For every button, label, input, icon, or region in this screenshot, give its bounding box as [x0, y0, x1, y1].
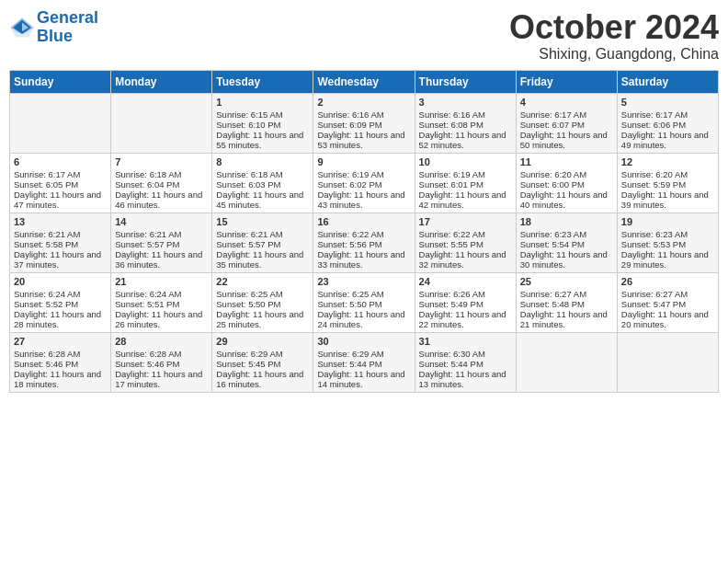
sunrise-time: Sunrise: 6:20 AM	[520, 169, 586, 179]
calendar-week-row: 6Sunrise: 6:17 AMSunset: 6:05 PMDaylight…	[10, 153, 719, 213]
calendar-day-cell: 10Sunrise: 6:19 AMSunset: 6:01 PMDayligh…	[415, 153, 516, 213]
daylight-hours: Daylight: 11 hours and 36 minutes.	[115, 249, 202, 270]
calendar-day-cell: 20Sunrise: 6:24 AMSunset: 5:52 PMDayligh…	[10, 272, 111, 332]
day-number: 26	[621, 276, 714, 287]
day-number: 4	[520, 97, 613, 108]
weekday-header-saturday: Saturday	[617, 70, 718, 93]
sunset-time: Sunset: 5:51 PM	[115, 299, 179, 309]
daylight-hours: Daylight: 11 hours and 29 minutes.	[621, 249, 709, 270]
daylight-hours: Daylight: 11 hours and 42 minutes.	[419, 190, 506, 210]
calendar-day-cell: 13Sunrise: 6:21 AMSunset: 5:58 PMDayligh…	[10, 213, 111, 272]
day-number: 5	[621, 97, 714, 108]
sunset-time: Sunset: 5:54 PM	[520, 239, 585, 249]
sunrise-time: Sunrise: 6:24 AM	[14, 289, 80, 299]
sunset-time: Sunset: 6:00 PM	[520, 179, 585, 190]
logo-text: General Blue	[37, 9, 98, 46]
sunset-time: Sunset: 6:01 PM	[419, 179, 483, 190]
calendar-day-cell: 18Sunrise: 6:23 AMSunset: 5:54 PMDayligh…	[516, 213, 617, 272]
daylight-hours: Daylight: 11 hours and 47 minutes.	[14, 190, 101, 210]
daylight-hours: Daylight: 11 hours and 49 minutes.	[621, 130, 709, 150]
daylight-hours: Daylight: 11 hours and 22 minutes.	[419, 309, 506, 329]
sunrise-time: Sunrise: 6:27 AM	[520, 289, 586, 299]
sunrise-time: Sunrise: 6:17 AM	[14, 169, 80, 179]
day-number: 9	[317, 156, 410, 167]
sunrise-time: Sunrise: 6:29 AM	[216, 349, 282, 359]
sunset-time: Sunset: 5:52 PM	[14, 299, 78, 309]
calendar-day-cell: 21Sunrise: 6:24 AMSunset: 5:51 PMDayligh…	[111, 272, 212, 332]
daylight-hours: Daylight: 11 hours and 25 minutes.	[216, 309, 303, 329]
calendar-day-cell: 30Sunrise: 6:29 AMSunset: 5:44 PMDayligh…	[313, 332, 415, 392]
sunset-time: Sunset: 5:59 PM	[621, 179, 686, 190]
calendar-day-cell: 3Sunrise: 6:16 AMSunset: 6:08 PMDaylight…	[415, 93, 516, 153]
day-number: 23	[317, 276, 410, 287]
day-number: 29	[216, 336, 309, 347]
calendar-day-cell: 16Sunrise: 6:22 AMSunset: 5:56 PMDayligh…	[313, 213, 415, 272]
day-number: 20	[14, 276, 107, 287]
day-number: 6	[14, 156, 107, 167]
weekday-header-friday: Friday	[516, 70, 617, 93]
calendar-day-cell: 23Sunrise: 6:25 AMSunset: 5:50 PMDayligh…	[313, 272, 415, 332]
sunset-time: Sunset: 5:49 PM	[419, 299, 483, 309]
weekday-header-thursday: Thursday	[415, 70, 516, 93]
sunrise-time: Sunrise: 6:16 AM	[419, 109, 485, 120]
sunrise-time: Sunrise: 6:20 AM	[621, 169, 688, 179]
daylight-hours: Daylight: 11 hours and 16 minutes.	[216, 369, 303, 389]
calendar-empty-cell	[617, 332, 718, 392]
sunrise-time: Sunrise: 6:18 AM	[115, 169, 181, 179]
sunrise-time: Sunrise: 6:18 AM	[216, 169, 282, 179]
sunset-time: Sunset: 5:46 PM	[14, 359, 78, 369]
sunset-time: Sunset: 6:02 PM	[317, 179, 381, 190]
weekday-header-sunday: Sunday	[10, 70, 111, 93]
daylight-hours: Daylight: 11 hours and 18 minutes.	[14, 369, 101, 389]
calendar-day-cell: 9Sunrise: 6:19 AMSunset: 6:02 PMDaylight…	[313, 153, 415, 213]
daylight-hours: Daylight: 11 hours and 39 minutes.	[621, 190, 709, 210]
calendar-week-row: 20Sunrise: 6:24 AMSunset: 5:52 PMDayligh…	[10, 272, 719, 332]
day-number: 3	[419, 97, 512, 108]
sunrise-time: Sunrise: 6:28 AM	[14, 349, 80, 359]
calendar-empty-cell	[10, 93, 111, 153]
sunset-time: Sunset: 6:05 PM	[14, 179, 78, 190]
calendar-day-cell: 27Sunrise: 6:28 AMSunset: 5:46 PMDayligh…	[10, 332, 111, 392]
month-title: October 2024	[509, 9, 719, 46]
calendar-table: SundayMondayTuesdayWednesdayThursdayFrid…	[9, 70, 719, 393]
calendar-day-cell: 8Sunrise: 6:18 AMSunset: 6:03 PMDaylight…	[212, 153, 313, 213]
weekday-header-wednesday: Wednesday	[313, 70, 415, 93]
sunrise-time: Sunrise: 6:22 AM	[317, 229, 383, 239]
sunrise-time: Sunrise: 6:29 AM	[317, 349, 383, 359]
day-number: 21	[115, 276, 208, 287]
calendar-day-cell: 22Sunrise: 6:25 AMSunset: 5:50 PMDayligh…	[212, 272, 313, 332]
day-number: 16	[317, 216, 410, 227]
day-number: 27	[14, 336, 107, 347]
calendar-day-cell: 14Sunrise: 6:21 AMSunset: 5:57 PMDayligh…	[111, 213, 212, 272]
day-number: 14	[115, 216, 208, 227]
sunrise-time: Sunrise: 6:15 AM	[216, 109, 282, 120]
calendar-day-cell: 7Sunrise: 6:18 AMSunset: 6:04 PMDaylight…	[111, 153, 212, 213]
day-number: 2	[317, 97, 410, 108]
weekday-header-tuesday: Tuesday	[212, 70, 313, 93]
sunrise-time: Sunrise: 6:21 AM	[216, 229, 282, 239]
sunrise-time: Sunrise: 6:25 AM	[317, 289, 383, 299]
sunset-time: Sunset: 6:03 PM	[216, 179, 280, 190]
day-number: 31	[419, 336, 512, 347]
daylight-hours: Daylight: 11 hours and 32 minutes.	[419, 249, 506, 270]
calendar-day-cell: 28Sunrise: 6:28 AMSunset: 5:46 PMDayligh…	[111, 332, 212, 392]
sunset-time: Sunset: 5:44 PM	[419, 359, 483, 369]
day-number: 8	[216, 156, 309, 167]
daylight-hours: Daylight: 11 hours and 35 minutes.	[216, 249, 303, 270]
sunrise-time: Sunrise: 6:19 AM	[419, 169, 485, 179]
sunset-time: Sunset: 5:57 PM	[216, 239, 280, 249]
calendar-day-cell: 12Sunrise: 6:20 AMSunset: 5:59 PMDayligh…	[617, 153, 718, 213]
sunset-time: Sunset: 5:50 PM	[317, 299, 381, 309]
sunrise-time: Sunrise: 6:23 AM	[621, 229, 688, 239]
sunset-time: Sunset: 5:45 PM	[216, 359, 280, 369]
daylight-hours: Daylight: 11 hours and 52 minutes.	[419, 130, 506, 150]
calendar-day-cell: 25Sunrise: 6:27 AMSunset: 5:48 PMDayligh…	[516, 272, 617, 332]
sunrise-time: Sunrise: 6:24 AM	[115, 289, 181, 299]
sunset-time: Sunset: 5:50 PM	[216, 299, 280, 309]
sunrise-time: Sunrise: 6:26 AM	[419, 289, 485, 299]
sunrise-time: Sunrise: 6:19 AM	[317, 169, 383, 179]
daylight-hours: Daylight: 11 hours and 37 minutes.	[14, 249, 101, 270]
day-number: 19	[621, 216, 714, 227]
sunset-time: Sunset: 5:57 PM	[115, 239, 179, 249]
daylight-hours: Daylight: 11 hours and 43 minutes.	[317, 190, 404, 210]
